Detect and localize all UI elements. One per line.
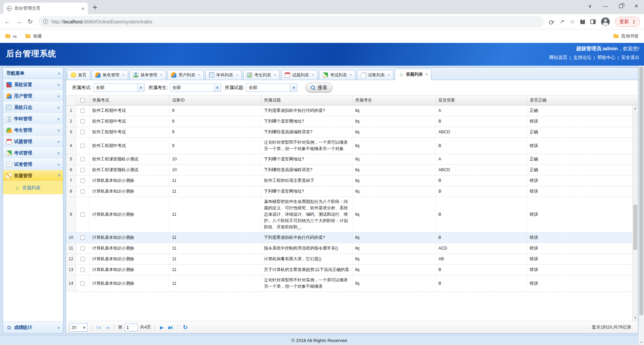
row-checkbox[interactable] bbox=[80, 246, 85, 251]
table-row[interactable]: 2软件工程期中考试9下列哪个是官网地址?llqB错误 bbox=[66, 116, 632, 127]
row-checkbox[interactable] bbox=[80, 281, 85, 286]
page-info-icon[interactable]: i bbox=[43, 19, 48, 24]
question-filter-select[interactable]: 全部 ∨ bbox=[246, 83, 297, 92]
window-restore-button[interactable] bbox=[613, 0, 629, 12]
row-checkbox[interactable] bbox=[80, 179, 85, 183]
column-header[interactable]: 所属考生 bbox=[353, 95, 436, 105]
row-checkbox[interactable] bbox=[80, 119, 85, 124]
chevron-down-icon[interactable]: ∨ bbox=[138, 84, 144, 91]
tab-close-icon[interactable]: × bbox=[387, 73, 390, 77]
exam-filter-select[interactable]: 全部 ∨ bbox=[94, 83, 145, 92]
tab-6[interactable]: 考生列表× bbox=[243, 70, 280, 80]
table-row[interactable]: 6软件工程课堂随机小测试10下列哪些是高级编程语言?llqABCD正确 bbox=[66, 165, 632, 176]
row-checkbox[interactable] bbox=[80, 144, 85, 148]
column-header[interactable]: 是否正确 bbox=[527, 95, 632, 105]
next-page-button[interactable]: ▶ bbox=[159, 325, 165, 330]
tab-close-icon[interactable]: × bbox=[160, 73, 162, 77]
page-number-input[interactable] bbox=[125, 324, 138, 331]
row-checkbox[interactable] bbox=[80, 257, 85, 261]
extensions-icon[interactable] bbox=[580, 19, 585, 24]
row-checkbox[interactable] bbox=[80, 212, 85, 217]
tab-2[interactable]: 角色管理× bbox=[92, 70, 128, 80]
tab-close-icon[interactable]: × bbox=[198, 73, 200, 77]
tab-9[interactable]: 试卷列表× bbox=[357, 70, 393, 80]
row-checkbox[interactable] bbox=[80, 157, 85, 161]
table-row[interactable]: 11计算机基本知识小测验11指令系统中控制程序流程的指令通常有()llqACD错… bbox=[66, 243, 632, 254]
header-link[interactable]: 网站首页 bbox=[549, 55, 567, 60]
table-row[interactable]: 4软件工程期中考试9泛化针对类型而不针对实例，一个类可以继承另一个类，但一个对象… bbox=[66, 138, 632, 154]
table-row[interactable]: 1软件工程期中考试9下列需要虚拟机中执行代码的是?llqA正确 bbox=[66, 106, 632, 116]
window-close-button[interactable]: ✕ bbox=[629, 0, 644, 12]
sidebar-item-8[interactable]: 试卷管理» bbox=[3, 159, 63, 170]
tab-close-icon[interactable]: × bbox=[82, 6, 85, 11]
scrollbar-thumb[interactable] bbox=[633, 205, 637, 250]
tab-close-icon[interactable]: × bbox=[236, 73, 238, 77]
browser-tab[interactable]: 后台管理主页 × bbox=[3, 3, 88, 14]
column-header[interactable]: 所属试题 bbox=[261, 95, 353, 105]
header-link[interactable]: 安全退出 bbox=[621, 55, 639, 60]
sidebar-item-7[interactable]: 考试管理» bbox=[3, 147, 63, 159]
row-checkbox[interactable] bbox=[80, 168, 85, 172]
tab-close-icon[interactable]: × bbox=[122, 73, 124, 77]
table-row[interactable]: 3软件工程期中考试9下列哪些是高级编程语言?llqABCD正确 bbox=[66, 127, 632, 138]
sidebar-item-5[interactable]: 考生管理» bbox=[3, 125, 63, 136]
page-size-select[interactable]: 20 ∨ bbox=[69, 323, 88, 332]
sidebar-item-9[interactable]: 答题管理» bbox=[3, 170, 63, 182]
tab-7[interactable]: 试题列表× bbox=[281, 70, 318, 80]
tab-close-icon[interactable]: × bbox=[425, 72, 428, 77]
chrome-update-button[interactable]: 更新 ⋮ bbox=[615, 17, 640, 27]
last-page-button[interactable]: ▶ bbox=[167, 325, 174, 330]
page-scrollbar[interactable]: ▼ bbox=[638, 66, 644, 345]
sidebar-subitem-answer-list[interactable]: 答题列表 bbox=[3, 182, 63, 194]
column-header[interactable]: 所属考试 bbox=[90, 95, 169, 105]
row-checkbox[interactable] bbox=[80, 268, 85, 272]
select-all-checkbox[interactable] bbox=[80, 98, 85, 102]
bookmark-star-icon[interactable]: ☆ bbox=[570, 18, 575, 25]
tab-close-icon[interactable]: × bbox=[312, 73, 314, 77]
table-row[interactable]: 14计算机基本知识小测验11泛化针对类型而不针对实例，一个类可以继承另一个类，但… bbox=[66, 275, 632, 292]
side-panel-icon[interactable] bbox=[590, 19, 596, 24]
password-key-icon[interactable] bbox=[549, 20, 554, 23]
tab-3[interactable]: 菜单管理× bbox=[129, 70, 166, 80]
tab-4[interactable]: 用户列表× bbox=[167, 70, 204, 80]
table-row[interactable]: 9计算机基本知识小测验11瀑布模型把软件生命周期划分为八个阶段：问题的定义、可行… bbox=[66, 197, 632, 232]
bookmark-folder[interactable]: 收藏 bbox=[25, 33, 42, 39]
row-checkbox[interactable] bbox=[80, 235, 85, 240]
header-link[interactable]: 帮助中心 bbox=[597, 55, 615, 60]
tab-10[interactable]: 答题列表× bbox=[395, 69, 431, 80]
sidebar-item-1[interactable]: 系统设置» bbox=[3, 79, 63, 90]
share-icon[interactable]: ↗ bbox=[560, 18, 565, 25]
row-checkbox[interactable] bbox=[80, 189, 85, 194]
scroll-down-icon[interactable]: ▼ bbox=[633, 316, 638, 321]
window-menu-chevron-icon[interactable]: ∨ bbox=[582, 0, 598, 12]
header-link[interactable]: 支持论坛 bbox=[573, 55, 591, 60]
table-row[interactable]: 10计算机基本知识小测验11下列需要虚拟机中执行代码的是?llqB错误 bbox=[66, 232, 632, 243]
table-row[interactable]: 8计算机基本知识小测验11下列哪个是官网地址?llqB错误 bbox=[66, 186, 632, 197]
tab-8[interactable]: 考试列表× bbox=[319, 70, 356, 80]
column-header[interactable]: 提交答案 bbox=[436, 95, 527, 105]
chevron-down-icon[interactable]: ∨ bbox=[214, 84, 221, 91]
reload-button[interactable]: ↻ bbox=[28, 18, 33, 25]
prev-page-button[interactable]: ◀ bbox=[104, 325, 110, 330]
tab-close-icon[interactable]: × bbox=[274, 73, 276, 77]
chevron-down-icon[interactable]: ∨ bbox=[290, 84, 297, 91]
back-button[interactable]: ← bbox=[4, 18, 10, 25]
table-row[interactable]: 5软件工程课堂随机小测试10下列哪个是官网地址?llqA正确 bbox=[66, 154, 632, 165]
search-button[interactable]: 搜索 bbox=[305, 83, 333, 93]
sidebar-item-4[interactable]: 学科管理» bbox=[3, 113, 63, 125]
row-checkbox[interactable] bbox=[80, 130, 85, 134]
table-row[interactable]: 12计算机基本知识小测验11计算机病毒有两大类，它们是()llqAB错误 bbox=[66, 254, 632, 265]
sidebar-item-score-stats[interactable]: 成绩统计» bbox=[3, 322, 63, 333]
sidebar-item-2[interactable]: 用户管理» bbox=[3, 90, 63, 102]
tab-close-icon[interactable]: × bbox=[350, 73, 352, 77]
tab-1[interactable]: 首页 bbox=[67, 70, 90, 80]
address-bar[interactable]: i http://localhost:8080/OnlineExam/syste… bbox=[38, 16, 544, 27]
window-minimize-button[interactable]: — bbox=[598, 0, 613, 12]
table-row[interactable]: 13计算机基本知识小测验11关于计算机的主要发展趋势;以下说法正确的是llqB错… bbox=[66, 265, 632, 275]
scroll-down-icon[interactable]: ▼ bbox=[639, 341, 644, 344]
tab-5[interactable]: 学科列表× bbox=[205, 70, 242, 80]
scroll-up-icon[interactable]: ▲ bbox=[633, 106, 638, 111]
row-checkbox[interactable] bbox=[80, 109, 85, 113]
browser-menu-icon[interactable]: ⋮ bbox=[632, 19, 636, 24]
sidebar-item-6[interactable]: 试题管理» bbox=[3, 136, 63, 147]
